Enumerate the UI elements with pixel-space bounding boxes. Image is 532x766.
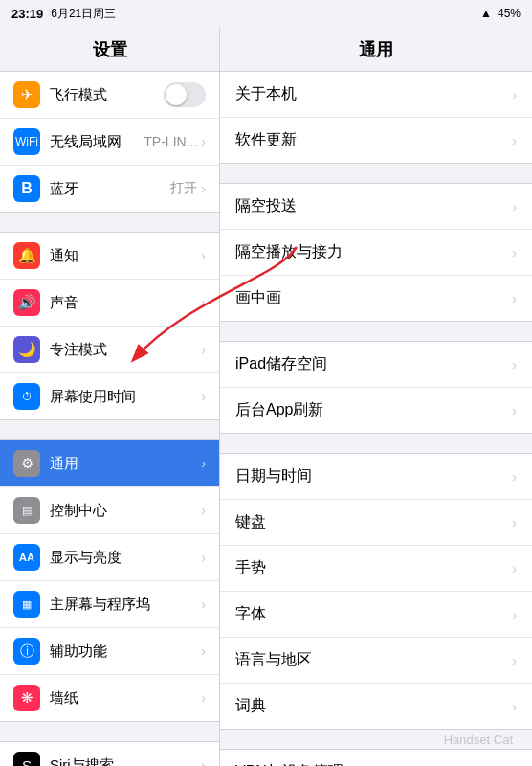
general-icon: ⚙ [13,450,40,477]
sidebar-group-general: ⚙ 通用 › ▤ 控制中心 › AA 显示与亮度 › ▦ 主屏幕与程序坞 › ⓘ [0,439,219,722]
bluetooth-icon: B [13,175,40,202]
airplane-toggle[interactable] [164,82,206,107]
about-label: 关于本机 [235,84,512,104]
main-layout: 设置 ✈ 飞行模式 WiFi 无线局域网 TP-LIN... › B 蓝牙 打开… [0,27,532,766]
wifi-icon: WiFi [13,128,40,155]
siri-chevron: › [201,757,206,766]
vpn-label: VPN与设备管理 [235,762,512,766]
content-item-font[interactable]: 字体 › [220,592,532,638]
notification-icon: 🔔 [13,242,40,269]
watermark: Handset Cat [444,732,513,747]
language-chevron: › [512,653,517,668]
sidebar-item-notification[interactable]: 🔔 通知 › [0,233,219,280]
sidebar-item-display[interactable]: AA 显示与亮度 › [0,534,219,581]
content-group-3: iPad储存空间 › 后台App刷新 › [220,341,532,434]
notification-chevron: › [201,248,206,263]
content-item-pip[interactable]: 画中画 › [220,276,532,321]
content-item-about[interactable]: 关于本机 › [220,72,532,118]
content-item-softwareupdate[interactable]: 软件更新 › [220,118,532,163]
sidebar-item-wifi[interactable]: WiFi 无线局域网 TP-LIN... › [0,119,219,166]
font-chevron: › [512,607,517,622]
siri-label: Siri与搜索 [50,756,201,767]
datetime-label: 日期与时间 [235,466,512,486]
airplay-label: 隔空播放与接力 [235,242,512,262]
display-label: 显示与亮度 [50,549,201,567]
content-item-vpn[interactable]: VPN与设备管理 › [220,750,532,766]
homescreen-icon: ▦ [13,591,40,618]
sidebar-title: 设置 [0,27,219,71]
display-icon: AA [13,544,40,571]
content-item-bgrefresh[interactable]: 后台App刷新 › [220,388,532,433]
content-group-4: 日期与时间 › 键盘 › 手势 › 字体 › 语言与地区 › 词典 › [220,453,532,730]
gesture-label: 手势 [235,558,512,578]
screentime-icon: ⏱ [13,383,40,410]
display-chevron: › [201,550,206,565]
sidebar-item-screentime[interactable]: ⏱ 屏幕使用时间 › [0,373,219,419]
softwareupdate-chevron: › [512,133,517,148]
wallpaper-label: 墙纸 [50,689,201,708]
content-group-2: 隔空投送 › 隔空播放与接力 › 画中画 › [220,183,532,322]
screentime-chevron: › [201,389,206,404]
keyboard-chevron: › [512,515,517,530]
sidebar-item-accessibility[interactable]: ⓘ 辅助功能 › [0,628,219,675]
sound-label: 声音 [50,294,201,312]
status-time: 23:19 [11,7,43,21]
sidebar-item-sound[interactable]: 🔊 声音 › [0,280,219,327]
airplane-label: 飞行模式 [50,86,164,104]
airdrop-chevron: › [512,199,517,214]
sidebar-item-general[interactable]: ⚙ 通用 › [0,440,219,487]
content-item-ipadstorage[interactable]: iPad储存空间 › [220,342,532,388]
wifi-label: 无线局域网 [50,133,144,151]
status-bar: 23:19 6月21日周三 ▲ 45% [0,0,532,27]
sidebar: 设置 ✈ 飞行模式 WiFi 无线局域网 TP-LIN... › B 蓝牙 打开… [0,27,220,766]
pip-chevron: › [512,291,517,306]
bluetooth-chevron: › [201,181,206,196]
content-item-datetime[interactable]: 日期与时间 › [220,454,532,500]
homescreen-label: 主屏幕与程序坞 [50,596,201,614]
content-item-language[interactable]: 语言与地区 › [220,638,532,684]
sidebar-item-homescreen[interactable]: ▦ 主屏幕与程序坞 › [0,581,219,628]
general-chevron: › [201,456,206,471]
sidebar-item-airplane[interactable]: ✈ 飞行模式 [0,72,219,119]
content-item-gesture[interactable]: 手势 › [220,546,532,592]
sidebar-item-bluetooth[interactable]: B 蓝牙 打开 › [0,166,219,212]
status-date: 6月21日周三 [51,6,116,22]
accessibility-icon: ⓘ [13,638,40,665]
keyboard-label: 键盘 [235,512,512,532]
font-label: 字体 [235,604,512,624]
sidebar-item-siri[interactable]: S Siri与搜索 › [0,742,219,766]
airdrop-label: 隔空投送 [235,196,512,216]
airplay-chevron: › [512,245,517,260]
bgrefresh-chevron: › [512,403,517,418]
ipadstorage-label: iPad储存空间 [235,354,512,374]
wallpaper-chevron: › [201,690,206,706]
content-title: 通用 [220,27,532,71]
content-group-1: 关于本机 › 软件更新 › [220,71,532,164]
wifi-chevron: › [201,134,206,149]
softwareupdate-label: 软件更新 [235,130,512,150]
content-item-airdrop[interactable]: 隔空投送 › [220,184,532,230]
accessibility-label: 辅助功能 [50,642,201,661]
siri-icon: S [13,752,40,766]
sound-chevron: › [201,295,206,310]
language-label: 语言与地区 [235,650,512,670]
control-label: 控制中心 [50,502,201,520]
battery-icon: 45% [498,7,521,20]
about-chevron: › [512,87,517,102]
ipadstorage-chevron: › [512,357,517,372]
bluetooth-label: 蓝牙 [50,180,170,198]
wifi-value: TP-LIN... [144,134,197,149]
focus-label: 专注模式 [50,341,201,359]
notification-label: 通知 [50,247,201,265]
content-item-airplay[interactable]: 隔空播放与接力 › [220,230,532,276]
content-item-keyboard[interactable]: 键盘 › [220,500,532,546]
focus-chevron: › [201,342,206,357]
sound-icon: 🔊 [13,289,40,316]
pip-label: 画中画 [235,288,512,308]
dictionary-label: 词典 [235,696,512,716]
content-item-dictionary[interactable]: 词典 › [220,684,532,729]
sidebar-item-focus[interactable]: 🌙 专注模式 › [0,327,219,373]
sidebar-item-control[interactable]: ▤ 控制中心 › [0,487,219,534]
sidebar-item-wallpaper[interactable]: ❋ 墙纸 › [0,675,219,721]
control-chevron: › [201,503,206,518]
